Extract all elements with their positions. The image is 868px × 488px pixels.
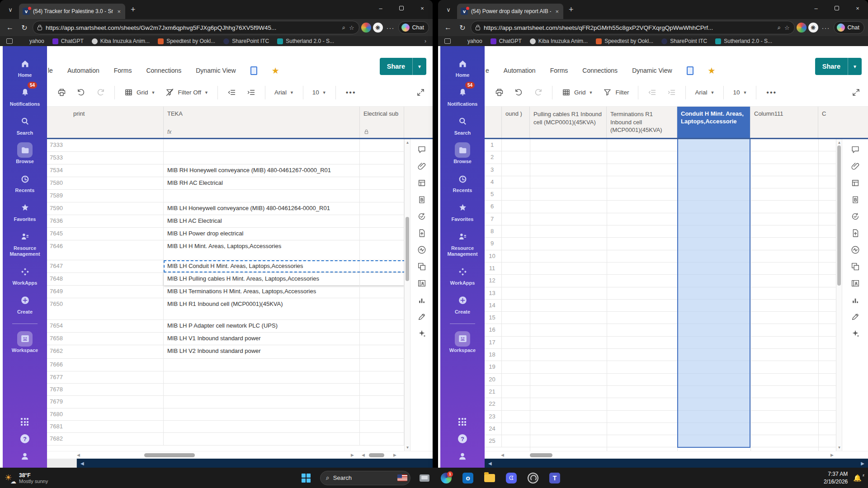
- sheet-grid[interactable]: 7333 7533 7534 MIB RH Honeywell conveyan…: [47, 139, 433, 451]
- electrical-cell[interactable]: [360, 177, 404, 189]
- sheet-row[interactable]: 7658 MIB LH V1 Inbound standard power: [47, 333, 404, 345]
- sidebar-item[interactable]: Create: [4, 293, 46, 315]
- teka-cell[interactable]: MIB LH R1 Inbound cell (MCP0001)(45KVA): [164, 298, 360, 319]
- copilot-chat-button[interactable]: Chat: [398, 21, 429, 34]
- font-size-selector[interactable]: 10▼: [310, 86, 329, 99]
- row-id-cell[interactable]: 7679: [47, 396, 164, 408]
- sheet-row[interactable]: 7681: [47, 421, 404, 433]
- row-number-cell[interactable]: 20: [485, 374, 502, 385]
- sheet-row[interactable]: 4: [485, 176, 836, 188]
- teka-cell[interactable]: MIB LH V2 Inbound standard power: [164, 345, 360, 358]
- empty-cells[interactable]: [502, 176, 836, 188]
- electrical-cell[interactable]: [360, 421, 404, 432]
- sidebar-item[interactable]: Browse: [442, 142, 483, 165]
- bookmark-item[interactable]: Sutherland 2.0 - S...: [277, 38, 334, 44]
- view-selector[interactable]: Grid▼: [121, 85, 158, 100]
- sheet-grid[interactable]: 1 2 3 4 5: [485, 139, 868, 451]
- apps-grid-icon[interactable]: [458, 418, 467, 426]
- indent-button[interactable]: [244, 85, 259, 100]
- sidebar-item-workspace[interactable]: Workspace: [442, 331, 483, 354]
- sidebar-item[interactable]: Recents: [442, 171, 483, 194]
- new-tab-button[interactable]: +: [131, 5, 136, 14]
- close-button[interactable]: ×: [847, 0, 868, 16]
- rail-icon[interactable]: [850, 195, 860, 205]
- share-button[interactable]: Share▼: [380, 58, 426, 75]
- maximize-button[interactable]: [826, 0, 847, 16]
- expand-icon[interactable]: [413, 85, 428, 100]
- sheet-row[interactable]: 10: [485, 250, 836, 263]
- teka-cell[interactable]: MIB LH P Adapter cell newtork PLC (UPS): [164, 320, 360, 332]
- empty-cells[interactable]: [502, 386, 836, 398]
- electrical-cell[interactable]: [360, 139, 404, 151]
- electrical-cell[interactable]: [360, 273, 404, 285]
- side-panel-icon[interactable]: [444, 38, 451, 44]
- sidebar-item[interactable]: Resource Management: [442, 229, 483, 258]
- teka-cell[interactable]: [164, 371, 360, 383]
- empty-cells[interactable]: [502, 263, 836, 274]
- row-id-cell[interactable]: 7658: [47, 333, 164, 345]
- sidebar-item[interactable]: Resource Management: [4, 229, 46, 258]
- rail-icon[interactable]: [850, 278, 860, 288]
- refresh-button[interactable]: ↻: [456, 21, 469, 34]
- sheet-row[interactable]: 12: [485, 275, 836, 287]
- row-id-cell[interactable]: 7650: [47, 298, 164, 319]
- sheet-row[interactable]: 16: [485, 324, 836, 336]
- rail-icon[interactable]: [417, 312, 427, 322]
- rail-icon[interactable]: [850, 328, 860, 338]
- sheet-row[interactable]: 13: [485, 287, 836, 300]
- sheet-row[interactable]: 11: [485, 263, 836, 275]
- row-id-cell[interactable]: 7654: [47, 320, 164, 332]
- taskbar-icon-discord[interactable]: ᗧ: [504, 470, 519, 486]
- sheet-row[interactable]: 7589: [47, 190, 404, 202]
- rail-icon[interactable]: [417, 245, 427, 255]
- sidebar-item[interactable]: 54 Notifications: [4, 85, 46, 108]
- empty-cells[interactable]: [502, 361, 836, 373]
- row-id-cell[interactable]: 7647: [47, 260, 164, 272]
- menu-automation[interactable]: Automation: [67, 67, 99, 74]
- refresh-button[interactable]: ↻: [18, 21, 31, 34]
- row-id-cell[interactable]: 7648: [47, 273, 164, 285]
- row-id-cell[interactable]: 7534: [47, 164, 164, 177]
- bookmark-item[interactable]: ChatGPT: [52, 38, 84, 44]
- electrical-cell[interactable]: [360, 260, 404, 272]
- teka-cell[interactable]: [164, 190, 360, 202]
- row-number-cell[interactable]: 2: [485, 151, 502, 163]
- redo-button[interactable]: [93, 85, 108, 100]
- electrical-cell[interactable]: [360, 152, 404, 164]
- row-number-cell[interactable]: 16: [485, 324, 502, 336]
- rail-icon[interactable]: [417, 228, 427, 238]
- browser-menu-icon[interactable]: ···: [820, 24, 832, 32]
- teka-cell[interactable]: MIB LH H Mint. Areas, Laptops,Accessorie…: [164, 240, 360, 260]
- teka-cell[interactable]: [164, 408, 360, 420]
- teka-cell[interactable]: MIB LH Honeywell conveyance (MIB) 480-04…: [164, 202, 360, 215]
- outdent-button[interactable]: [645, 85, 660, 100]
- rail-icon[interactable]: [850, 295, 860, 305]
- account-avatar[interactable]: ❋: [808, 23, 818, 33]
- dynamic-view-icon[interactable]: [687, 66, 693, 75]
- taskbar-icon-edge[interactable]: 1: [439, 470, 454, 486]
- teka-cell[interactable]: [164, 433, 360, 445]
- teka-cell[interactable]: [164, 421, 360, 432]
- bookmark-item[interactable]: Kiba Inuzuka Anim...: [92, 38, 150, 44]
- sheet-row[interactable]: 7677: [47, 371, 404, 384]
- row-id-cell[interactable]: 7666: [47, 359, 164, 371]
- empty-cells[interactable]: [502, 213, 836, 225]
- rail-icon[interactable]: [417, 262, 427, 272]
- sheet-row[interactable]: 24: [485, 423, 836, 435]
- teka-cell[interactable]: [164, 152, 360, 164]
- sidebar-item[interactable]: 54 Notifications: [442, 85, 483, 108]
- teka-cell[interactable]: MIB RH AC Electrical: [164, 177, 360, 189]
- menu-dynamic-view[interactable]: Dynamic View: [196, 67, 236, 74]
- profile-avatar[interactable]: [361, 23, 371, 33]
- row-number-cell[interactable]: 8: [485, 225, 502, 237]
- empty-cells[interactable]: [502, 337, 836, 348]
- sheet-row[interactable]: 7678: [47, 384, 404, 396]
- electrical-cell[interactable]: [360, 320, 404, 332]
- browser-tab[interactable]: v (54) Tracker for Palestine 3.0 - Sma ×: [19, 4, 125, 19]
- teka-cell[interactable]: [164, 384, 360, 395]
- sheet-row[interactable]: 7333: [47, 139, 404, 152]
- taskbar-icon-screen-share[interactable]: [417, 470, 432, 486]
- account-icon[interactable]: [20, 451, 30, 461]
- row-number-cell[interactable]: 14: [485, 300, 502, 311]
- minimize-button[interactable]: –: [806, 0, 826, 16]
